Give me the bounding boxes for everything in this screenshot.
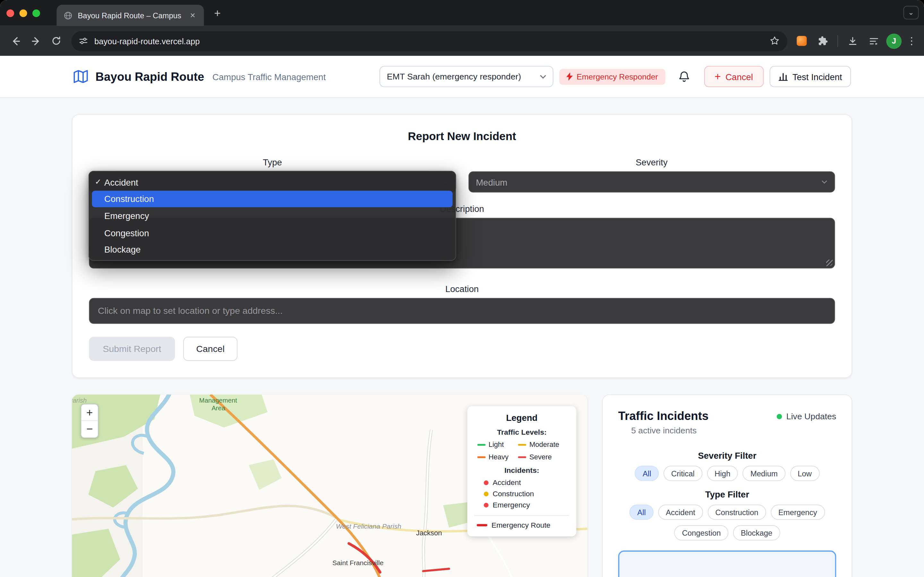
resize-grip[interactable] [826, 259, 833, 266]
app-title: Bayou Rapid Route [95, 70, 204, 83]
incident-list-item[interactable] [618, 550, 837, 577]
type-filter-accident[interactable]: Accident [658, 504, 703, 520]
heavy-dash [477, 456, 486, 458]
zoom-out-button[interactable]: − [81, 421, 97, 437]
back-button[interactable] [6, 31, 26, 51]
extensions-puzzle-icon[interactable] [814, 32, 832, 50]
user-role-value: EMT Sarah (emergency responder) [387, 72, 521, 81]
tab-search-chevron-icon[interactable]: ⌄ [903, 6, 919, 19]
severe-dash [518, 456, 527, 458]
tab-close-icon[interactable]: × [187, 10, 198, 21]
emergency-dot [484, 503, 489, 508]
responder-badge-label: Emergency Responder [577, 72, 658, 81]
type-label: Type [89, 157, 456, 167]
severity-field: Severity Medium [468, 157, 835, 192]
responder-badge: Emergency Responder [559, 69, 665, 85]
type-filter-all[interactable]: All [630, 504, 653, 520]
construction-dot [484, 492, 489, 496]
header-cancel-button[interactable]: + Cancel [704, 66, 764, 87]
form-cancel-button[interactable]: Cancel [183, 337, 237, 361]
app-subtitle: Campus Traffic Management [212, 71, 326, 81]
forward-button[interactable] [26, 31, 46, 51]
dropdown-option-blockage[interactable]: Blockage [92, 241, 453, 258]
new-tab-button[interactable]: + [210, 6, 225, 21]
traffic-incidents-panel: Traffic Incidents 5 active incidents Liv… [602, 395, 852, 577]
legend-incident: Emergency [484, 501, 569, 509]
chevron-down-icon [821, 180, 827, 184]
test-incident-label: Test Incident [792, 71, 842, 81]
severity-filter-high[interactable]: High [707, 466, 738, 481]
report-title: Report New Incident [89, 130, 835, 143]
window-controls [0, 9, 40, 17]
url-text[interactable]: bayou-rapid-route.vercel.app [94, 36, 770, 45]
chevron-down-icon [540, 74, 546, 79]
app-header: Bayou Rapid Route Campus Traffic Managem… [0, 56, 924, 97]
toolbar-right-icons: J ⋮ [792, 32, 918, 50]
severity-value: Medium [476, 177, 507, 187]
legend-level: Severe [518, 453, 569, 461]
notifications-button[interactable] [678, 70, 690, 83]
tab-title: Bayou Rapid Route – Campus [78, 11, 187, 20]
submit-report-button[interactable]: Submit Report [89, 337, 175, 361]
severity-filter-all[interactable]: All [635, 466, 659, 481]
incidents-title: Traffic Incidents [618, 409, 709, 423]
type-filter-congestion[interactable]: Congestion [674, 525, 729, 540]
browser-tab[interactable]: Bayou Rapid Route – Campus × [57, 5, 204, 26]
reload-button[interactable] [46, 31, 66, 51]
user-role-select[interactable]: EMT Sarah (emergency responder) [380, 66, 554, 87]
bar-chart-icon [779, 72, 788, 81]
plus-icon: + [714, 71, 720, 82]
map-zoom-control: + − [81, 404, 99, 438]
incidents-count: 5 active incidents [618, 426, 709, 435]
media-queue-icon[interactable] [865, 32, 883, 50]
zoom-in-button[interactable]: + [81, 405, 97, 421]
dropdown-option-emergency[interactable]: Emergency [92, 207, 453, 224]
accident-dot [484, 480, 489, 485]
type-dropdown-menu: ✓ Accident Construction Emergency Conges… [89, 171, 456, 261]
site-settings-icon[interactable] [79, 37, 88, 45]
browser-toolbar: bayou-rapid-route.vercel.app J ⋮ [0, 26, 924, 56]
dropdown-option-construction[interactable]: Construction [92, 190, 453, 207]
map-logo-icon [73, 69, 89, 84]
emergency-route-label: Emergency Route [491, 521, 551, 530]
severity-filter-label: Severity Filter [618, 450, 837, 460]
severity-filter-critical[interactable]: Critical [664, 466, 702, 481]
legend-level: Light [477, 440, 518, 449]
location-input[interactable] [89, 298, 835, 324]
severity-select[interactable]: Medium [468, 171, 835, 192]
campus-map[interactable]: Parish Management Area West Feliciana Pa… [72, 395, 588, 577]
location-label: Location [89, 284, 835, 293]
screen: Bayou Rapid Route – Campus × + ⌄ bayou-r… [0, 0, 924, 577]
severity-filter-low[interactable]: Low [790, 466, 819, 481]
live-updates-label: Live Updates [787, 412, 836, 421]
profile-avatar[interactable]: J [886, 33, 901, 49]
live-updates-indicator: Live Updates [777, 412, 836, 421]
toolbar-divider [837, 35, 838, 47]
dropdown-option-accident[interactable]: ✓ Accident [92, 174, 453, 191]
checkmark-icon: ✓ [95, 177, 102, 186]
map-legend: Legend Traffic Levels: Light Moderate He… [467, 406, 577, 536]
type-filter-construction[interactable]: Construction [708, 504, 766, 520]
downloads-icon[interactable] [844, 32, 861, 50]
live-dot-icon [777, 414, 782, 419]
dropdown-option-congestion[interactable]: Congestion [92, 224, 453, 241]
fullscreen-window-button[interactable] [32, 9, 40, 17]
legend-incident: Construction [484, 490, 569, 498]
severity-filter-medium[interactable]: Medium [743, 466, 785, 481]
close-window-button[interactable] [6, 9, 14, 17]
extension-fox-icon[interactable] [792, 32, 810, 50]
legend-incident: Accident [484, 479, 569, 487]
emergency-route-dash [477, 524, 487, 526]
bookmark-star-icon[interactable] [770, 36, 780, 46]
type-filter-blockage[interactable]: Blockage [733, 525, 780, 540]
browser-menu-icon[interactable]: ⋮ [905, 35, 918, 47]
bell-icon [678, 70, 690, 83]
light-dash [477, 444, 486, 446]
type-filter-row: All Accident Construction Emergency Cong… [618, 504, 837, 540]
type-filter-label: Type Filter [618, 489, 837, 499]
type-filter-emergency[interactable]: Emergency [771, 504, 825, 520]
address-bar[interactable]: bayou-rapid-route.vercel.app [71, 31, 787, 51]
minimize-window-button[interactable] [19, 9, 27, 17]
test-incident-button[interactable]: Test Incident [769, 66, 851, 87]
severity-label: Severity [468, 157, 835, 167]
